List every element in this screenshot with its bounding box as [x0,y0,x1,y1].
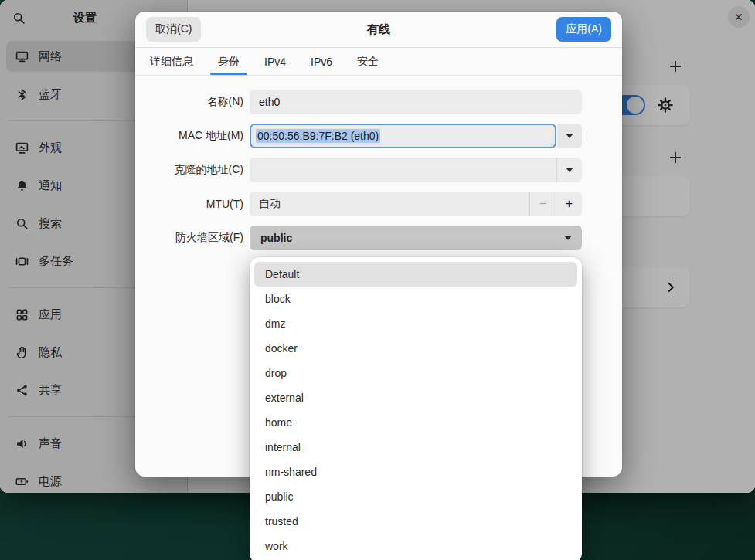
mac-label: MAC 地址(M) [135,124,243,148]
mtu-spinbutton: 自动 − + [250,192,582,216]
name-value: eth0 [250,96,289,108]
cloned-address-label: 克隆的地址(C) [135,158,243,182]
cancel-button[interactable]: 取消(C) [146,17,201,42]
dialog-headerbar: 取消(C) 有线 应用(A) [135,12,622,48]
firewall-zone-option-work[interactable]: work [254,534,577,558]
firewall-zone-value: public [250,232,582,244]
firewall-zone-option-block[interactable]: block [254,287,577,311]
firewall-zone-option-Default[interactable]: Default [254,262,577,287]
mtu-input[interactable]: 自动 [250,197,529,211]
firewall-zone-popup: Defaultblockdmzdockerdropexternalhomeint… [250,257,582,560]
tab-IPv6[interactable]: IPv6 [311,48,332,75]
mac-selected-text: 00:50:56:B9:7F:B2 (eth0) [256,129,380,143]
chevron-down-icon [566,168,573,172]
firewall-zone-option-dmz[interactable]: dmz [254,311,577,336]
chevron-down-icon [566,134,573,138]
desktop: { "window": { "title": "设置", "sidebar": … [0,0,755,560]
cloned-dropdown-button[interactable] [557,168,582,172]
name-input[interactable]: eth0 [250,90,582,114]
firewall-zone-option-internal[interactable]: internal [254,435,577,460]
firewall-zone-option-public[interactable]: public [254,484,577,509]
firewall-zone-option-nm-shared[interactable]: nm-shared [254,460,577,484]
mac-address-input[interactable]: 00:50:56:B9:7F:B2 (eth0) [250,124,556,148]
mac-combo: 00:50:56:B9:7F:B2 (eth0) [250,124,582,148]
firewall-zone-option-external[interactable]: external [254,385,577,410]
dialog-tabs: 详细信息身份IPv4IPv6安全 [135,48,622,76]
firewall-zone-option-docker[interactable]: docker [254,336,577,361]
firewall-zone-option-home[interactable]: home [254,410,577,435]
tab-身份[interactable]: 身份 [218,48,240,75]
firewall-zone-dropdown[interactable]: public [250,226,582,250]
firewall-zone-label: 防火墙区域(F) [135,226,243,250]
name-label: 名称(N) [135,90,243,114]
chevron-down-icon [556,226,580,250]
firewall-zone-option-drop[interactable]: drop [254,361,577,385]
apply-button[interactable]: 应用(A) [556,17,611,42]
dialog-title: 有线 [135,22,622,37]
tab-IPv4[interactable]: IPv4 [264,48,286,75]
mac-dropdown-button[interactable] [557,124,582,148]
identity-form: 名称(N) eth0 MAC 地址(M) 00:50:56:B9:7F:B2 (… [135,90,622,250]
cloned-address-combo [250,158,582,182]
firewall-zone-option-trusted[interactable]: trusted [254,509,577,534]
mtu-decrement-button[interactable]: − [530,197,556,211]
mtu-label: MTU(T) [135,192,243,216]
mtu-increment-button[interactable]: + [556,197,582,211]
tab-安全[interactable]: 安全 [357,48,379,75]
tab-详细信息[interactable]: 详细信息 [150,48,193,75]
